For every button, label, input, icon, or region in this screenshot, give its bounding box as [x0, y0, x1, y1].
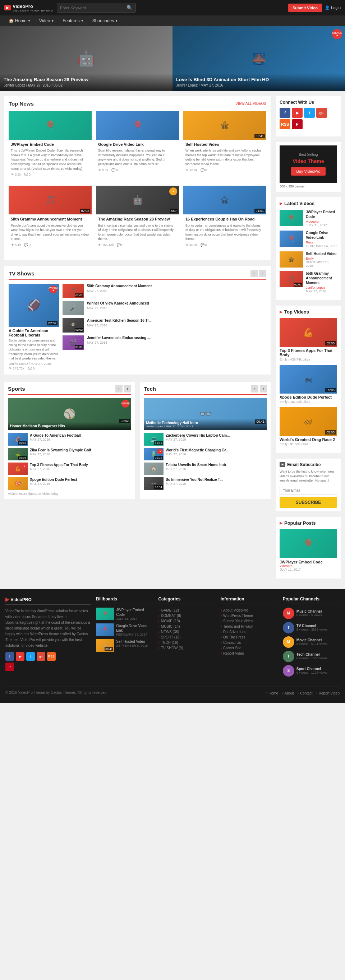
- col-item-thumb[interactable]: 💻 01:01: [144, 433, 163, 445]
- tv-list-thumb[interactable]: 🎬 01:01: [62, 336, 84, 350]
- footer-category-news[interactable]: NEWS (38): [158, 629, 215, 635]
- footer-info-press[interactable]: On The Press: [220, 635, 278, 640]
- channel-avatar[interactable]: M: [283, 608, 294, 619]
- footer-info-theme[interactable]: WordPress Theme: [220, 613, 278, 618]
- footer-info-about[interactable]: About VideoPro: [220, 608, 278, 613]
- tv-list-thumb[interactable]: 🎵 02:02: [62, 284, 84, 298]
- footer-youtube-button[interactable]: ▶: [16, 652, 24, 661]
- footer-facebook-button[interactable]: f: [5, 652, 14, 661]
- googleplus-button[interactable]: g+: [316, 108, 327, 118]
- submit-video-button[interactable]: Submit Video: [288, 3, 322, 12]
- nav-features[interactable]: Features ▼: [58, 16, 88, 26]
- footer-bill-thumb[interactable]: 🎈: [96, 624, 114, 636]
- prev-button[interactable]: ‹: [251, 385, 259, 393]
- top-videos-title: Top Videos: [280, 309, 337, 315]
- twitter-button[interactable]: t: [304, 108, 315, 118]
- next-button[interactable]: ›: [124, 385, 131, 393]
- popular-image[interactable]: 🎈: [280, 529, 337, 558]
- news-thumb[interactable]: 🎈: [96, 111, 179, 140]
- col-item-thumb[interactable]: 🎯: [8, 477, 28, 490]
- news-thumb[interactable]: 🎵 02:02: [9, 186, 92, 215]
- channel-avatar[interactable]: S: [283, 665, 294, 676]
- tv-featured-image[interactable]: 🏈 AWARD★ 02:02: [9, 284, 59, 327]
- footer-category-tv-show[interactable]: TV SHOW (9): [158, 645, 215, 651]
- video-duration: 05:05: [325, 388, 335, 392]
- nav-home[interactable]: 🏠 Home ▼: [4, 16, 35, 26]
- footer-bottom-contact[interactable]: Contact: [297, 690, 313, 696]
- news-thumb[interactable]: 🎈: [9, 111, 92, 140]
- channel-avatar[interactable]: M: [283, 636, 294, 648]
- latest-thumb[interactable]: 🛣: [280, 251, 303, 267]
- next-button[interactable]: ›: [259, 270, 266, 277]
- search-button[interactable]: 🔍: [124, 3, 136, 12]
- login-button[interactable]: 👤 Login: [325, 5, 341, 10]
- footer-category-sport[interactable]: SPORT (18): [158, 635, 215, 640]
- col-item-thumb[interactable]: 💪 ★: [8, 463, 28, 475]
- footer-bottom-report[interactable]: Report Video: [316, 690, 340, 696]
- tv-list-thumb[interactable]: 🍳 02:02: [62, 318, 84, 332]
- nav-video[interactable]: Video ▼: [35, 16, 58, 26]
- latest-thumb[interactable]: 🎈: [280, 231, 303, 247]
- list-item: 🏠 Telstra Unveils Its Smart Home hub MAY…: [144, 463, 267, 475]
- sports-featured[interactable]: ⚾ AWARD Homer Madison Bumgarner Hits 02:…: [8, 398, 131, 430]
- footer-pinterest-button[interactable]: P: [5, 663, 14, 671]
- latest-thumb[interactable]: 🎵 02:02: [280, 271, 303, 287]
- footer-info-report[interactable]: Report Video: [220, 651, 278, 656]
- footer-info-contact[interactable]: Contact Us: [220, 640, 278, 645]
- footer-category-movie[interactable]: MOVIE (19): [158, 618, 215, 624]
- search-input[interactable]: [57, 3, 124, 12]
- top-video-image[interactable]: 🏍 05:05: [280, 365, 337, 394]
- prev-button[interactable]: ‹: [251, 270, 258, 277]
- footer-info-terms[interactable]: Terms and Privacy: [220, 624, 278, 629]
- col-item-thumb[interactable]: ⛳ 03:03: [8, 448, 28, 460]
- footer-category-tech[interactable]: TECH (16): [158, 640, 215, 645]
- news-thumb[interactable]: 🛣 00:41: [183, 111, 266, 140]
- top-video-image[interactable]: 🏎 05:05: [280, 407, 337, 436]
- tv-list-thumb[interactable]: 🎤: [62, 301, 84, 315]
- footer-rss-button[interactable]: RSS: [47, 652, 56, 661]
- latest-thumb[interactable]: 🎈: [280, 210, 303, 226]
- subscribe-button[interactable]: SUBSCRIBE: [280, 497, 337, 508]
- hero-right[interactable]: CHOICE★ 🌉 Love Is Blind 3D Animation Sho…: [172, 26, 345, 91]
- footer-info-advertisers[interactable]: For Advertisers: [220, 629, 278, 635]
- col-item-thumb[interactable]: 🏠: [144, 463, 163, 475]
- col-item-date: MAY 27, 2016: [30, 467, 88, 471]
- news-thumb[interactable]: 🛣 01:01: [183, 186, 266, 215]
- footer-category-kombat[interactable]: KOMBAT (9): [158, 613, 215, 618]
- footer-twitter-button[interactable]: t: [26, 652, 35, 661]
- buy-button[interactable]: Buy VideoPro: [291, 167, 325, 176]
- footer-bottom-links: Home About Contact Report Video: [266, 690, 340, 696]
- list-item: 🔋 ★ 01:01 World's First Magnetic Chargin…: [144, 448, 267, 460]
- col-item-thumb[interactable]: 👓 03:34: [144, 477, 163, 490]
- rss-button[interactable]: RSS: [280, 119, 291, 129]
- channel-avatar[interactable]: T: [283, 651, 294, 662]
- next-button[interactable]: ›: [260, 385, 267, 393]
- footer-bottom-about[interactable]: About: [282, 690, 294, 696]
- col-item-thumb[interactable]: 🔋 ★ 01:01: [144, 448, 163, 460]
- hero-left[interactable]: 🤖 The Amazing Race Season 28 Preview Jen…: [0, 26, 172, 91]
- footer-info-career[interactable]: Career Site: [220, 645, 278, 651]
- top-news-title: Top News: [9, 100, 34, 107]
- footer-googleplus-button[interactable]: g+: [37, 652, 45, 661]
- facebook-button[interactable]: f: [280, 108, 291, 118]
- view-all-button[interactable]: VIEW ALL VIDEOS: [235, 102, 266, 106]
- email-input[interactable]: [280, 486, 337, 495]
- footer-category-music[interactable]: MUSIC (14): [158, 624, 215, 629]
- top-video-image[interactable]: 💪 05:05: [280, 318, 337, 347]
- footer-info-submit[interactable]: Submit Your Video: [220, 618, 278, 624]
- video-duration: 00:41: [254, 134, 265, 138]
- prev-button[interactable]: ‹: [115, 385, 123, 393]
- youtube-button[interactable]: ▶: [292, 108, 303, 118]
- footer-bill-thumb[interactable]: 🎈: [96, 608, 114, 620]
- channel-avatar[interactable]: T: [283, 622, 294, 633]
- footer-bill-thumb[interactable]: 🛣 00:41: [96, 639, 114, 652]
- nav-shortcodes[interactable]: Shortcodes ▼: [88, 16, 123, 26]
- latest-date: JULY 11, 2017: [306, 223, 337, 227]
- pinterest-button[interactable]: P: [292, 119, 303, 129]
- footer-bottom-home[interactable]: Home: [266, 690, 278, 696]
- news-thumb[interactable]: 🤖 ★ 580: [96, 186, 179, 215]
- footer-category-game[interactable]: GAME (12): [158, 608, 215, 613]
- col-item-thumb[interactable]: 🏈 02:02: [8, 433, 28, 445]
- tech-featured[interactable]: 👓 Methode Technology Hail Intro Jenifer …: [144, 398, 267, 430]
- col-item-info: A Guide To American Football MAY 27, 201…: [30, 433, 81, 441]
